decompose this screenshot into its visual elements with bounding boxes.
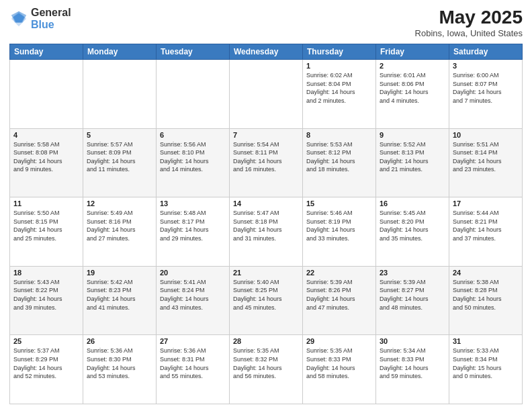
day-number: 28 bbox=[233, 337, 299, 345]
day-number: 18 bbox=[13, 269, 79, 277]
day-info: Sunrise: 5:49 AM Sunset: 8:16 PM Dayligh… bbox=[87, 209, 152, 242]
col-saturday: Saturday bbox=[449, 44, 523, 60]
calendar: Sunday Monday Tuesday Wednesday Thursday… bbox=[9, 44, 523, 404]
day-info: Sunrise: 5:50 AM Sunset: 8:15 PM Dayligh… bbox=[13, 209, 79, 242]
day-number: 13 bbox=[160, 199, 226, 208]
calendar-cell: 4Sunrise: 5:58 AM Sunset: 8:08 PM Daylig… bbox=[10, 128, 83, 197]
page: General Blue May 2025 Robins, Iowa, Unit… bbox=[0, 0, 532, 411]
day-info: Sunrise: 5:38 AM Sunset: 8:28 PM Dayligh… bbox=[453, 278, 519, 312]
day-number: 19 bbox=[87, 269, 152, 277]
day-info: Sunrise: 5:41 AM Sunset: 8:24 PM Dayligh… bbox=[160, 278, 226, 312]
day-info: Sunrise: 6:01 AM Sunset: 8:06 PM Dayligh… bbox=[380, 71, 445, 105]
day-info: Sunrise: 5:46 AM Sunset: 8:19 PM Dayligh… bbox=[306, 209, 372, 242]
day-info: Sunrise: 5:37 AM Sunset: 8:29 PM Dayligh… bbox=[13, 347, 79, 380]
day-number: 2 bbox=[380, 62, 445, 70]
col-monday: Monday bbox=[83, 44, 157, 60]
day-number: 1 bbox=[306, 62, 372, 70]
calendar-week-1: 4Sunrise: 5:58 AM Sunset: 8:08 PM Daylig… bbox=[10, 128, 523, 197]
day-number: 7 bbox=[233, 131, 299, 139]
day-info: Sunrise: 5:48 AM Sunset: 8:17 PM Dayligh… bbox=[160, 209, 226, 242]
day-number: 30 bbox=[380, 337, 445, 345]
month-year: May 2025 bbox=[415, 7, 523, 28]
calendar-cell: 20Sunrise: 5:41 AM Sunset: 8:24 PM Dayli… bbox=[157, 266, 230, 335]
day-number: 9 bbox=[380, 131, 445, 139]
day-number: 27 bbox=[160, 337, 226, 345]
calendar-cell: 7Sunrise: 5:54 AM Sunset: 8:11 PM Daylig… bbox=[230, 128, 303, 197]
day-info: Sunrise: 5:57 AM Sunset: 8:09 PM Dayligh… bbox=[87, 140, 152, 174]
day-info: Sunrise: 5:44 AM Sunset: 8:21 PM Dayligh… bbox=[453, 209, 519, 242]
calendar-cell: 6Sunrise: 5:56 AM Sunset: 8:10 PM Daylig… bbox=[157, 128, 230, 197]
location: Robins, Iowa, United States bbox=[415, 28, 523, 38]
day-info: Sunrise: 5:36 AM Sunset: 8:31 PM Dayligh… bbox=[160, 347, 226, 380]
logo: General Blue bbox=[9, 7, 71, 31]
calendar-cell: 8Sunrise: 5:53 AM Sunset: 8:12 PM Daylig… bbox=[303, 128, 376, 197]
day-info: Sunrise: 5:54 AM Sunset: 8:11 PM Dayligh… bbox=[233, 140, 299, 174]
day-info: Sunrise: 6:02 AM Sunset: 8:04 PM Dayligh… bbox=[306, 71, 372, 105]
calendar-cell bbox=[83, 60, 157, 129]
day-number: 17 bbox=[453, 199, 519, 208]
calendar-cell: 1Sunrise: 6:02 AM Sunset: 8:04 PM Daylig… bbox=[303, 60, 376, 129]
day-info: Sunrise: 5:40 AM Sunset: 8:25 PM Dayligh… bbox=[233, 278, 299, 312]
day-info: Sunrise: 5:34 AM Sunset: 8:33 PM Dayligh… bbox=[380, 347, 445, 380]
header: General Blue May 2025 Robins, Iowa, Unit… bbox=[9, 7, 523, 38]
day-number: 23 bbox=[380, 269, 445, 277]
day-info: Sunrise: 5:58 AM Sunset: 8:08 PM Dayligh… bbox=[13, 140, 79, 174]
calendar-cell: 28Sunrise: 5:35 AM Sunset: 8:32 PM Dayli… bbox=[230, 335, 303, 404]
calendar-cell: 9Sunrise: 5:52 AM Sunset: 8:13 PM Daylig… bbox=[376, 128, 449, 197]
day-number: 8 bbox=[306, 131, 372, 139]
day-info: Sunrise: 6:00 AM Sunset: 8:07 PM Dayligh… bbox=[453, 71, 519, 105]
day-info: Sunrise: 5:33 AM Sunset: 8:34 PM Dayligh… bbox=[453, 347, 519, 380]
calendar-week-2: 11Sunrise: 5:50 AM Sunset: 8:15 PM Dayli… bbox=[10, 197, 523, 267]
col-thursday: Thursday bbox=[303, 44, 376, 60]
day-info: Sunrise: 5:53 AM Sunset: 8:12 PM Dayligh… bbox=[306, 140, 372, 174]
calendar-cell bbox=[10, 60, 83, 129]
logo-text: General Blue bbox=[31, 7, 71, 31]
logo-icon bbox=[9, 9, 28, 28]
calendar-body: 1Sunrise: 6:02 AM Sunset: 8:04 PM Daylig… bbox=[10, 60, 523, 404]
day-number: 5 bbox=[87, 131, 152, 139]
day-info: Sunrise: 5:35 AM Sunset: 8:32 PM Dayligh… bbox=[233, 347, 299, 380]
day-number: 15 bbox=[306, 199, 372, 208]
day-number: 3 bbox=[453, 62, 519, 70]
calendar-cell: 13Sunrise: 5:48 AM Sunset: 8:17 PM Dayli… bbox=[157, 197, 230, 267]
day-number: 25 bbox=[13, 337, 79, 345]
day-number: 11 bbox=[13, 199, 79, 208]
calendar-cell bbox=[157, 60, 230, 129]
calendar-cell: 19Sunrise: 5:42 AM Sunset: 8:23 PM Dayli… bbox=[83, 266, 157, 335]
col-wednesday: Wednesday bbox=[230, 44, 303, 60]
calendar-cell: 2Sunrise: 6:01 AM Sunset: 8:06 PM Daylig… bbox=[376, 60, 449, 129]
calendar-cell: 10Sunrise: 5:51 AM Sunset: 8:14 PM Dayli… bbox=[449, 128, 523, 197]
day-info: Sunrise: 5:56 AM Sunset: 8:10 PM Dayligh… bbox=[160, 140, 226, 174]
day-number: 22 bbox=[306, 269, 372, 277]
calendar-cell: 26Sunrise: 5:36 AM Sunset: 8:30 PM Dayli… bbox=[83, 335, 157, 404]
calendar-cell: 27Sunrise: 5:36 AM Sunset: 8:31 PM Dayli… bbox=[157, 335, 230, 404]
day-info: Sunrise: 5:47 AM Sunset: 8:18 PM Dayligh… bbox=[233, 209, 299, 242]
calendar-week-0: 1Sunrise: 6:02 AM Sunset: 8:04 PM Daylig… bbox=[10, 60, 523, 129]
calendar-cell: 11Sunrise: 5:50 AM Sunset: 8:15 PM Dayli… bbox=[10, 197, 83, 267]
day-number: 14 bbox=[233, 199, 299, 208]
day-info: Sunrise: 5:45 AM Sunset: 8:20 PM Dayligh… bbox=[380, 209, 445, 242]
day-number: 10 bbox=[453, 131, 519, 139]
day-info: Sunrise: 5:39 AM Sunset: 8:27 PM Dayligh… bbox=[380, 278, 445, 312]
calendar-cell: 16Sunrise: 5:45 AM Sunset: 8:20 PM Dayli… bbox=[376, 197, 449, 267]
day-number: 26 bbox=[87, 337, 152, 345]
calendar-cell: 15Sunrise: 5:46 AM Sunset: 8:19 PM Dayli… bbox=[303, 197, 376, 267]
col-tuesday: Tuesday bbox=[157, 44, 230, 60]
day-number: 16 bbox=[380, 199, 445, 208]
day-info: Sunrise: 5:43 AM Sunset: 8:22 PM Dayligh… bbox=[13, 278, 79, 312]
calendar-cell: 3Sunrise: 6:00 AM Sunset: 8:07 PM Daylig… bbox=[449, 60, 523, 129]
day-number: 20 bbox=[160, 269, 226, 277]
calendar-cell: 25Sunrise: 5:37 AM Sunset: 8:29 PM Dayli… bbox=[10, 335, 83, 404]
col-sunday: Sunday bbox=[10, 44, 83, 60]
day-info: Sunrise: 5:52 AM Sunset: 8:13 PM Dayligh… bbox=[380, 140, 445, 174]
day-number: 24 bbox=[453, 269, 519, 277]
calendar-cell: 23Sunrise: 5:39 AM Sunset: 8:27 PM Dayli… bbox=[376, 266, 449, 335]
calendar-header-row: Sunday Monday Tuesday Wednesday Thursday… bbox=[10, 44, 523, 60]
calendar-cell: 12Sunrise: 5:49 AM Sunset: 8:16 PM Dayli… bbox=[83, 197, 157, 267]
calendar-cell: 18Sunrise: 5:43 AM Sunset: 8:22 PM Dayli… bbox=[10, 266, 83, 335]
calendar-cell bbox=[230, 60, 303, 129]
calendar-cell: 22Sunrise: 5:39 AM Sunset: 8:26 PM Dayli… bbox=[303, 266, 376, 335]
day-number: 6 bbox=[160, 131, 226, 139]
calendar-week-3: 18Sunrise: 5:43 AM Sunset: 8:22 PM Dayli… bbox=[10, 266, 523, 335]
calendar-cell: 29Sunrise: 5:35 AM Sunset: 8:33 PM Dayli… bbox=[303, 335, 376, 404]
